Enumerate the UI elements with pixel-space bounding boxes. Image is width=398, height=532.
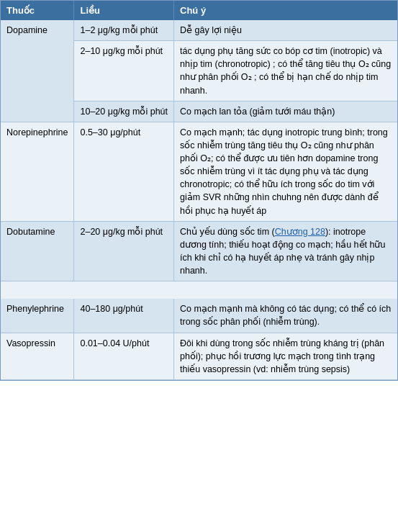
drug-name: Dopamine: [1, 20, 74, 122]
chapter-link[interactable]: Chương 128: [275, 227, 325, 237]
col-header-drug: Thuốc: [1, 1, 74, 20]
col-header-note: Chú ý: [174, 1, 397, 20]
drug-name: Dobutamine: [1, 221, 74, 281]
dose-value: 40–180 μg/phút: [74, 299, 174, 333]
col-header-dose: Liều: [74, 1, 174, 20]
note-value: Co mạch mạnh; tác dụng inotropic trung b…: [174, 122, 397, 221]
dose-value: 0.01–0.04 U/phút: [74, 333, 174, 379]
note-value: Co mạch mạnh mà không có tác dụng; có th…: [174, 299, 397, 333]
drug-name: Vasopressin: [1, 333, 74, 379]
note-value: Dễ gây lợi niệu: [174, 20, 397, 41]
note-value: Đôi khi dùng trong sốc nhiễm trùng kháng…: [174, 333, 397, 379]
note-value: tác dụng phụ tăng sức co bóp cơ tim (ino…: [174, 41, 397, 102]
drug-name: Phenylephrine: [1, 299, 74, 333]
dose-value: 2–20 μg/kg mỗi phút: [74, 221, 174, 281]
dose-value: 10–20 μg/kg mỗi phút: [74, 101, 174, 122]
dose-value: 0.5–30 μg/phút: [74, 122, 174, 221]
drug-name: Norepinephrine: [1, 122, 74, 221]
dose-value: 1–2 μg/kg mỗi phút: [74, 20, 174, 41]
note-value: Co mạch lan tỏa (giảm tưới máu thận): [174, 101, 397, 122]
dose-value: 2–10 μg/kg mỗi phút: [74, 41, 174, 102]
note-value: Chủ yếu dùng sốc tim (Chương 128): inotr…: [174, 221, 397, 281]
